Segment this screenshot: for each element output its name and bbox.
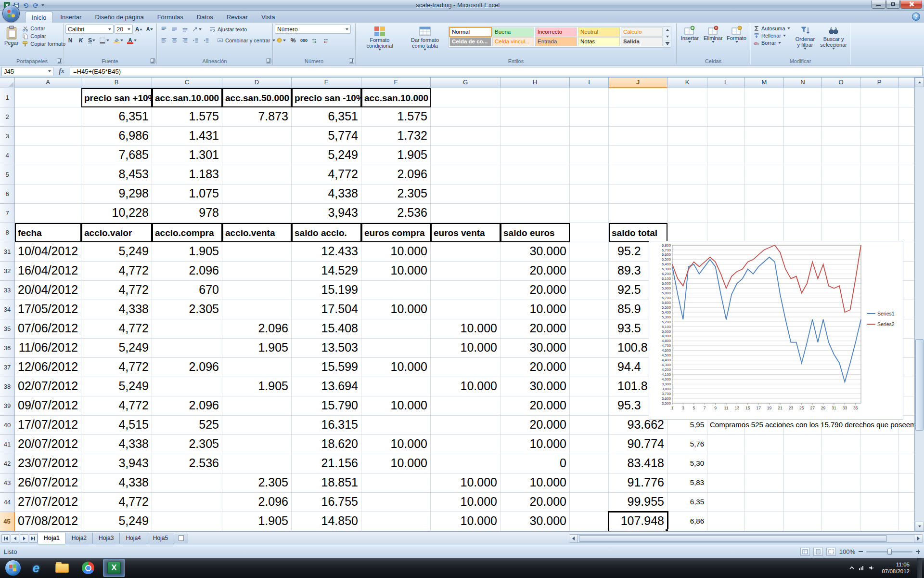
page-break-view-button[interactable] xyxy=(826,548,836,556)
column-header-E[interactable]: E xyxy=(292,78,361,88)
italic-button[interactable]: K xyxy=(76,36,86,45)
cell-P41[interactable] xyxy=(860,435,898,454)
cell-I34[interactable] xyxy=(570,300,609,319)
scroll-left-button[interactable] xyxy=(569,535,578,542)
cell-C37[interactable]: 2.096 xyxy=(152,358,222,377)
orientation-button[interactable] xyxy=(191,25,203,34)
cell-N6[interactable] xyxy=(784,184,822,204)
cell-C34[interactable]: 2.305 xyxy=(152,300,222,319)
cell-A3[interactable] xyxy=(15,127,81,146)
cell-L42[interactable] xyxy=(707,454,745,473)
tab-vista[interactable]: Vista xyxy=(255,12,282,23)
font-color-button[interactable]: A xyxy=(126,36,138,45)
zoom-slider-thumb[interactable] xyxy=(887,549,892,555)
tab-fórmulas[interactable]: Fórmulas xyxy=(151,12,190,23)
cell-G42[interactable] xyxy=(431,454,500,473)
cell-E7[interactable]: 3,943 xyxy=(292,204,361,223)
cell-style-salida[interactable]: Salida xyxy=(621,37,663,46)
taskbar-app-excel[interactable]: X xyxy=(103,559,125,577)
tab-insertar[interactable]: Insertar xyxy=(54,12,88,23)
cell-F36[interactable] xyxy=(361,339,431,358)
formula-input[interactable]: =H45+(E45*B45) xyxy=(70,67,923,76)
row-header-37[interactable]: 37 xyxy=(0,358,15,377)
cell-X44[interactable] xyxy=(898,493,914,512)
cell-M45[interactable] xyxy=(745,512,784,531)
cell-A42[interactable]: 23/07/2012 xyxy=(15,454,81,473)
cell-B40[interactable]: 4,515 xyxy=(81,416,152,435)
cell-style-notas[interactable]: Notas xyxy=(578,37,620,46)
cell-D2[interactable]: 7.873 xyxy=(222,107,292,127)
conditional-formatting-button[interactable]: Formato condicional xyxy=(358,25,402,52)
cell-X43[interactable] xyxy=(898,473,914,493)
cell-I8[interactable] xyxy=(570,223,609,242)
cell-M41[interactable] xyxy=(745,435,784,454)
cell-A44[interactable]: 27/07/2012 xyxy=(15,493,81,512)
cell-F45[interactable] xyxy=(361,512,431,531)
cell-D6[interactable] xyxy=(222,184,292,204)
cell-A7[interactable] xyxy=(15,204,81,223)
cell-F2[interactable]: 1.575 xyxy=(361,107,431,127)
cell-G1[interactable] xyxy=(431,88,500,107)
cell-G5[interactable] xyxy=(431,165,500,184)
column-header-H[interactable]: H xyxy=(500,78,570,88)
cell-O8[interactable] xyxy=(822,223,860,242)
cell-A6[interactable] xyxy=(15,184,81,204)
cell-C2[interactable]: 1.575 xyxy=(152,107,222,127)
format-cells-button[interactable]: Formato xyxy=(725,25,748,44)
cell-L7[interactable] xyxy=(707,204,745,223)
gallery-more-button[interactable] xyxy=(664,40,671,47)
cell-K4[interactable] xyxy=(667,146,707,165)
vertical-scroll-thumb[interactable] xyxy=(915,339,924,431)
cell-X4[interactable] xyxy=(898,146,914,165)
cell-P5[interactable] xyxy=(860,165,898,184)
cell-D37[interactable] xyxy=(222,358,292,377)
cell-A35[interactable]: 07/06/2012 xyxy=(15,319,81,339)
tab-datos[interactable]: Datos xyxy=(191,12,219,23)
column-header-extra[interactable] xyxy=(898,78,914,88)
cell-I40[interactable] xyxy=(570,416,609,435)
cell-style-celda-de-co-[interactable]: Celda de co... xyxy=(449,37,491,46)
wrap-text-button[interactable]: Ajustar texto xyxy=(208,26,248,33)
cell-M7[interactable] xyxy=(745,204,784,223)
undo-icon[interactable] xyxy=(22,1,30,9)
cell-C3[interactable]: 1.431 xyxy=(152,127,222,146)
normal-view-button[interactable] xyxy=(800,548,810,556)
cell-B41[interactable]: 4,338 xyxy=(81,435,152,454)
first-sheet-button[interactable] xyxy=(1,534,10,543)
cell-E34[interactable]: 17.504 xyxy=(292,300,361,319)
row-header-8[interactable]: 8 xyxy=(0,223,15,242)
cell-G37[interactable] xyxy=(431,358,500,377)
cell-E4[interactable]: 5,249 xyxy=(292,146,361,165)
cell-J6[interactable] xyxy=(609,184,667,204)
cell-J5[interactable] xyxy=(609,165,667,184)
format-painter-button[interactable]: Copiar formato xyxy=(21,40,67,48)
cell-P8[interactable] xyxy=(860,223,898,242)
cell-X1[interactable] xyxy=(898,88,914,107)
cell-X45[interactable] xyxy=(898,512,914,531)
cell-J41[interactable]: 90.774 xyxy=(609,435,667,454)
cell-J42[interactable]: 83.418 xyxy=(609,454,667,473)
cell-N41[interactable] xyxy=(784,435,822,454)
row-header-38[interactable]: 38 xyxy=(0,377,15,396)
cell-F32[interactable]: 10.000 xyxy=(361,262,431,281)
cell-I41[interactable] xyxy=(570,435,609,454)
cell-D5[interactable] xyxy=(222,165,292,184)
row-header-34[interactable]: 34 xyxy=(0,300,15,319)
cell-K5[interactable] xyxy=(667,165,707,184)
cell-C8[interactable]: accio.compra xyxy=(152,223,222,242)
cell-D34[interactable] xyxy=(222,300,292,319)
cell-P42[interactable] xyxy=(860,454,898,473)
cell-G38[interactable]: 10.000 xyxy=(431,377,500,396)
cell-M3[interactable] xyxy=(745,127,784,146)
cell-B2[interactable]: 6,351 xyxy=(81,107,152,127)
cell-B45[interactable]: 5,249 xyxy=(81,512,152,531)
cell-D35[interactable]: 2.096 xyxy=(222,319,292,339)
cell-C39[interactable]: 2.096 xyxy=(152,396,222,416)
cell-D4[interactable] xyxy=(222,146,292,165)
cell-A38[interactable]: 02/07/2012 xyxy=(15,377,81,396)
horizontal-scroll-track[interactable] xyxy=(578,535,914,542)
cell-K43[interactable]: 5,83 xyxy=(667,473,707,493)
cell-H36[interactable]: 30.000 xyxy=(500,339,570,358)
cell-B36[interactable]: 5,249 xyxy=(81,339,152,358)
cell-P44[interactable] xyxy=(860,493,898,512)
